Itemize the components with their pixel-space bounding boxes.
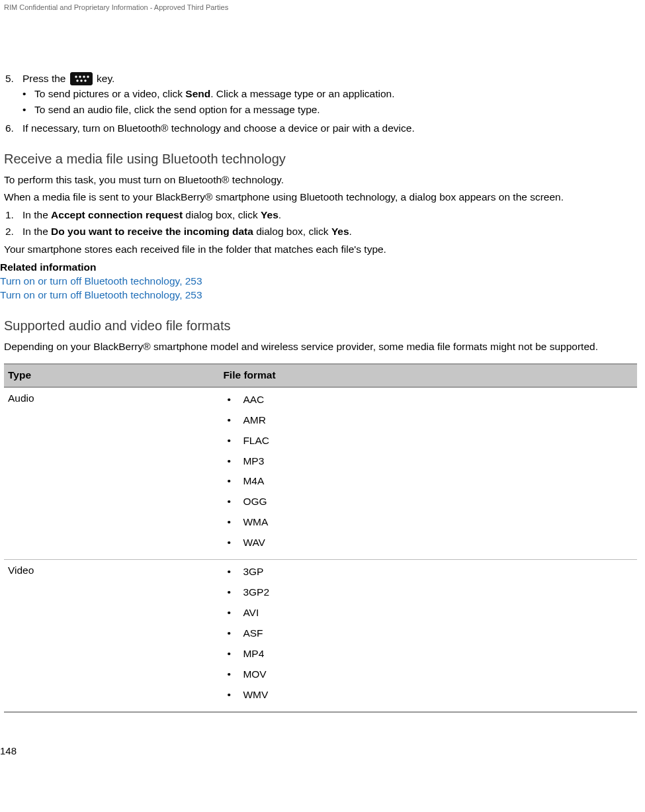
list-item: •3GP2 bbox=[223, 584, 633, 605]
ui-label-bold: Accept connection request bbox=[51, 209, 183, 220]
list-item: •FLAC bbox=[223, 433, 633, 453]
table-row: Video •3GP •3GP2 •AVI •ASF •MP4 •MOV •WM… bbox=[4, 560, 637, 712]
list-item: •WMV bbox=[223, 687, 633, 707]
bullet-icon: • bbox=[22, 87, 34, 101]
svg-point-3 bbox=[83, 75, 85, 77]
sub-bullet-list: • To send pictures or a video, click Sen… bbox=[22, 87, 637, 117]
bullet-text: To send an audio file, click the send op… bbox=[34, 103, 320, 117]
step-list-continued: 5. Press the bbox=[4, 72, 637, 136]
format-item: WMA bbox=[243, 516, 268, 529]
bullet-icon: • bbox=[227, 627, 243, 641]
list-item: •AAC bbox=[223, 392, 633, 412]
step-item: 6. If necessary, turn on Bluetooth® tech… bbox=[4, 122, 637, 136]
bullet-text: To send pictures or a video, click bbox=[34, 88, 185, 99]
ui-label-bold: Yes bbox=[261, 209, 279, 220]
step-text: If necessary, turn on Bluetooth® technol… bbox=[22, 122, 415, 134]
format-item: MP3 bbox=[243, 455, 264, 469]
table-cell-type: Audio bbox=[4, 387, 219, 560]
svg-point-1 bbox=[75, 75, 77, 77]
paragraph: Your smartphone stores each received fil… bbox=[4, 243, 637, 257]
step-text: dialog box, click bbox=[253, 226, 331, 237]
bullet-icon: • bbox=[227, 565, 243, 579]
page-number: 148 bbox=[0, 744, 637, 758]
step-text: . bbox=[279, 209, 281, 220]
table-header-type: Type bbox=[4, 364, 219, 387]
table-cell-type: Video bbox=[4, 560, 219, 712]
format-item: ASF bbox=[243, 627, 263, 641]
formats-table: Type File format Audio •AAC •AMR •FLAC •… bbox=[4, 363, 637, 713]
menu-key-icon bbox=[70, 72, 93, 85]
format-item: WMV bbox=[243, 688, 268, 702]
format-item: MP4 bbox=[243, 647, 264, 661]
list-item: •ASF bbox=[223, 625, 633, 646]
bullet-icon: • bbox=[227, 414, 243, 428]
ui-label-bold: Yes bbox=[331, 226, 349, 237]
table-cell-formats: •AAC •AMR •FLAC •MP3 •M4A •OGG •WMA •WAV bbox=[219, 387, 637, 560]
format-item: AVI bbox=[243, 606, 259, 620]
bullet-icon: • bbox=[227, 668, 243, 682]
list-item: •WMA bbox=[223, 514, 633, 535]
step-text: dialog box, click bbox=[183, 209, 261, 220]
table-row: Audio •AAC •AMR •FLAC •MP3 •M4A •OGG •WM… bbox=[4, 387, 637, 560]
bullet-text: . Click a message type or an application… bbox=[210, 88, 394, 99]
step-text: key. bbox=[97, 73, 114, 84]
format-item: AMR bbox=[243, 414, 265, 428]
svg-point-2 bbox=[79, 75, 81, 77]
list-item: • To send an audio file, click the send … bbox=[22, 103, 637, 117]
ui-label-bold: Do you want to receive the incoming data bbox=[51, 226, 253, 237]
step-list: 1. In the Accept connection request dial… bbox=[4, 208, 637, 239]
related-info-heading: Related information bbox=[0, 261, 637, 275]
bullet-icon: • bbox=[227, 516, 243, 529]
format-item: WAV bbox=[243, 536, 265, 550]
svg-point-6 bbox=[84, 79, 86, 81]
step-number: 1. bbox=[4, 208, 22, 222]
step-item: 1. In the Accept connection request dial… bbox=[4, 208, 637, 222]
list-item: •MOV bbox=[223, 666, 633, 687]
bullet-icon: • bbox=[227, 606, 243, 620]
list-item: •3GP bbox=[223, 564, 633, 584]
list-item: •OGG bbox=[223, 494, 633, 514]
bullet-icon: • bbox=[227, 536, 243, 550]
format-item: MOV bbox=[243, 668, 266, 682]
bullet-icon: • bbox=[227, 455, 243, 469]
table-cell-formats: •3GP •3GP2 •AVI •ASF •MP4 •MOV •WMV bbox=[219, 560, 637, 712]
step-number: 6. bbox=[4, 122, 22, 136]
related-link-bluetooth-1[interactable]: Turn on or turn off Bluetooth technology… bbox=[0, 275, 637, 289]
paragraph: Depending on your BlackBerry® smartphone… bbox=[4, 340, 637, 354]
table-header-row: Type File format bbox=[4, 364, 637, 387]
svg-point-4 bbox=[76, 79, 78, 81]
step-number: 5. bbox=[4, 72, 22, 119]
step-text: Press the bbox=[22, 73, 69, 84]
svg-rect-0 bbox=[70, 72, 93, 85]
bullet-icon: • bbox=[227, 647, 243, 661]
format-item: OGG bbox=[243, 495, 267, 509]
step-text: In the bbox=[22, 226, 51, 237]
step-number: 2. bbox=[4, 225, 22, 239]
list-item: •MP4 bbox=[223, 646, 633, 666]
list-item: •AVI bbox=[223, 605, 633, 625]
section-heading-supported-formats: Supported audio and video file formats bbox=[4, 317, 637, 335]
list-item: •MP3 bbox=[223, 453, 633, 474]
format-item: M4A bbox=[243, 474, 264, 488]
table-header-format: File format bbox=[219, 364, 637, 387]
step-text: . bbox=[349, 226, 352, 237]
bullet-icon: • bbox=[227, 495, 243, 509]
format-item: 3GP bbox=[243, 565, 263, 579]
paragraph: When a media file is sent to your BlackB… bbox=[4, 191, 637, 204]
related-link-bluetooth-2[interactable]: Turn on or turn off Bluetooth technology… bbox=[0, 289, 637, 302]
confidential-header: RIM Confidential and Proprietary Informa… bbox=[4, 3, 637, 13]
step-text: In the bbox=[22, 209, 51, 220]
list-item: •AMR bbox=[223, 412, 633, 433]
section-heading-receive-bluetooth: Receive a media file using Bluetooth tec… bbox=[4, 150, 637, 168]
svg-point-5 bbox=[80, 79, 82, 81]
bullet-icon: • bbox=[227, 586, 243, 600]
format-item: AAC bbox=[243, 393, 264, 407]
list-item: •WAV bbox=[223, 535, 633, 555]
list-item: • To send pictures or a video, click Sen… bbox=[22, 87, 637, 101]
format-item: 3GP2 bbox=[243, 586, 269, 600]
step-item: 5. Press the bbox=[4, 72, 637, 119]
svg-point-7 bbox=[87, 75, 89, 77]
bullet-icon: • bbox=[227, 434, 243, 448]
bullet-icon: • bbox=[227, 393, 243, 407]
format-item: FLAC bbox=[243, 434, 269, 448]
